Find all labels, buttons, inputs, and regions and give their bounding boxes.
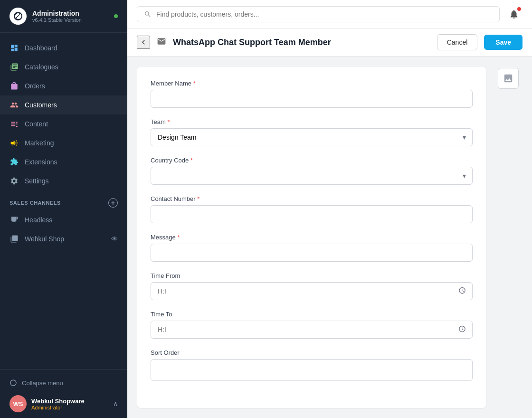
extensions-icon	[10, 157, 19, 167]
time-to-wrap	[151, 321, 473, 339]
country-code-group: Country Code * ▾	[151, 157, 473, 185]
collapse-menu-button[interactable]: Collapse menu	[10, 375, 118, 390]
headless-label: Headless	[25, 216, 52, 224]
team-label: Team *	[151, 118, 473, 125]
time-to-group: Time To	[151, 311, 473, 339]
sidebar-item-settings[interactable]: Settings	[0, 171, 127, 190]
catalogues-icon	[10, 62, 19, 72]
time-to-label: Time To	[151, 311, 473, 318]
app-title-wrap: Administration v6.4.1 Stable Version	[32, 10, 108, 23]
contact-number-group: Contact Number *	[151, 195, 473, 223]
webkul-shop-icon	[10, 234, 19, 244]
sidebar-item-content[interactable]: Content	[0, 114, 127, 133]
content-area: Member Name * Team * Design Team ▾	[127, 57, 532, 418]
contact-number-label: Contact Number *	[151, 195, 473, 202]
headless-icon	[10, 215, 19, 225]
notification-button[interactable]	[505, 6, 522, 23]
message-label: Message *	[151, 234, 473, 241]
sort-order-group: Sort Order	[151, 349, 473, 381]
country-code-label: Country Code *	[151, 157, 473, 164]
main-content: WhatsApp Chat Support Team Member Cancel…	[127, 0, 532, 418]
app-logo	[10, 8, 27, 25]
time-to-input[interactable]	[151, 321, 473, 339]
page-header: WhatsApp Chat Support Team Member Cancel…	[127, 28, 532, 57]
user-name: Webkul Shopware	[31, 398, 108, 405]
page-title: WhatsApp Chat Support Team Member	[173, 38, 430, 48]
cancel-button[interactable]: Cancel	[437, 34, 478, 50]
search-icon	[144, 10, 152, 18]
image-upload-button[interactable]	[498, 68, 519, 89]
sidebar: Administration v6.4.1 Stable Version Das…	[0, 0, 127, 418]
sidebar-item-customers-label: Customers	[25, 101, 57, 109]
user-row: WS Webkul Shopware Administrator ∧	[10, 390, 118, 412]
dashboard-icon	[10, 43, 19, 53]
form-card: Member Name * Team * Design Team ▾	[137, 66, 486, 408]
sidebar-item-dashboard[interactable]: Dashboard	[0, 38, 127, 57]
user-avatar: WS	[10, 395, 27, 412]
sidebar-item-settings-label: Settings	[25, 177, 49, 185]
customers-icon	[10, 100, 19, 110]
sidebar-item-extensions[interactable]: Extensions	[0, 152, 127, 171]
sidebar-item-extensions-label: Extensions	[25, 158, 57, 166]
member-name-label: Member Name *	[151, 80, 473, 87]
search-bar	[137, 6, 500, 22]
settings-icon	[10, 176, 19, 186]
webkul-shop-label: Webkul Shop	[25, 235, 64, 243]
status-dot	[114, 14, 118, 18]
country-code-select[interactable]	[151, 167, 473, 185]
sales-channels-section: Sales Channels +	[0, 190, 127, 210]
sales-channels-label: Sales Channels	[10, 200, 61, 206]
sidebar-item-catalogues-label: Catalogues	[25, 63, 58, 71]
team-group: Team * Design Team ▾	[151, 118, 473, 146]
search-input[interactable]	[156, 10, 493, 18]
sidebar-item-marketing[interactable]: Marketing	[0, 133, 127, 152]
collapse-label: Collapse menu	[22, 380, 63, 387]
content-icon	[10, 119, 19, 129]
contact-number-input[interactable]	[151, 205, 473, 223]
user-info: Webkul Shopware Administrator	[31, 398, 108, 410]
sidebar-item-orders[interactable]: Orders	[0, 76, 127, 95]
marketing-icon	[10, 138, 19, 148]
mail-icon	[157, 37, 166, 48]
member-name-input[interactable]	[151, 90, 473, 108]
sidebar-item-headless[interactable]: Headless	[0, 210, 127, 229]
save-button[interactable]: Save	[484, 35, 522, 50]
app-version: v6.4.1 Stable Version	[32, 17, 108, 23]
right-panel	[494, 66, 522, 408]
team-select-wrap: Design Team ▾	[151, 128, 473, 146]
visibility-icon: 👁	[111, 235, 118, 243]
sidebar-item-dashboard-label: Dashboard	[25, 44, 57, 52]
sidebar-item-content-label: Content	[25, 120, 48, 128]
sidebar-item-webkul-shop[interactable]: Webkul Shop 👁	[0, 229, 127, 248]
user-chevron-icon[interactable]: ∧	[113, 400, 118, 408]
time-from-label: Time From	[151, 272, 473, 279]
notification-badge	[517, 7, 522, 11]
sidebar-item-catalogues[interactable]: Catalogues	[0, 57, 127, 76]
sidebar-item-marketing-label: Marketing	[25, 139, 54, 147]
add-channel-button[interactable]: +	[108, 198, 118, 208]
time-from-input[interactable]	[151, 282, 473, 300]
orders-icon	[10, 81, 19, 91]
message-input[interactable]	[151, 244, 473, 262]
time-from-wrap	[151, 282, 473, 300]
member-name-group: Member Name *	[151, 80, 473, 108]
topbar	[127, 0, 532, 28]
sidebar-nav: Dashboard Catalogues Orders Customers Co…	[0, 33, 127, 369]
sidebar-item-customers[interactable]: Customers	[0, 95, 127, 114]
message-group: Message *	[151, 234, 473, 262]
user-role: Administrator	[31, 405, 108, 410]
back-button[interactable]	[137, 36, 150, 49]
sort-order-input[interactable]	[151, 359, 473, 381]
team-select[interactable]: Design Team	[151, 128, 473, 146]
country-code-select-wrap: ▾	[151, 167, 473, 185]
app-name: Administration	[32, 10, 108, 17]
sidebar-item-orders-label: Orders	[25, 82, 45, 90]
sort-order-label: Sort Order	[151, 349, 473, 356]
sidebar-header: Administration v6.4.1 Stable Version	[0, 0, 127, 33]
sidebar-footer: Collapse menu WS Webkul Shopware Adminis…	[0, 369, 127, 418]
time-from-group: Time From	[151, 272, 473, 300]
